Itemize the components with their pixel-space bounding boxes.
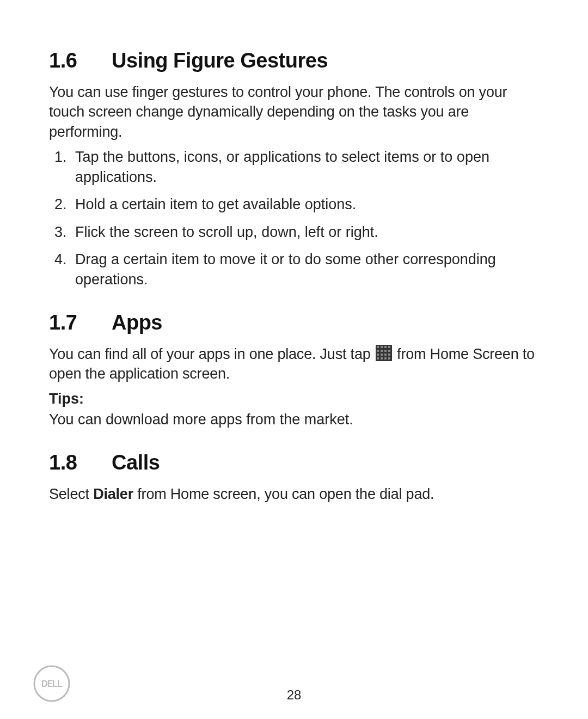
svg-rect-5 — [377, 350, 379, 352]
dell-logo-icon: DELL — [33, 665, 71, 703]
body-text-pre: You can find all of your apps in one pla… — [49, 346, 375, 362]
section-number: 1.6 — [49, 49, 112, 72]
tips-body: You can download more apps from the mark… — [49, 410, 539, 429]
section-number: 1.8 — [49, 451, 112, 474]
svg-text:DELL: DELL — [41, 679, 63, 688]
tips-label: Tips: — [49, 391, 539, 407]
section-title: Apps — [112, 311, 539, 334]
body-text-bold: Dialer — [93, 486, 133, 502]
svg-rect-14 — [381, 357, 383, 360]
section-apps: 1.7 Apps You can find all of your apps i… — [49, 311, 539, 429]
svg-rect-9 — [377, 354, 379, 356]
section-body: You can use finger gestures to control y… — [49, 82, 539, 142]
steps-list: Tap the buttons, icons, or applications … — [49, 147, 539, 289]
body-text-pre: Select — [49, 486, 93, 502]
svg-rect-3 — [384, 346, 387, 348]
list-item: Hold a certain item to get available opt… — [71, 194, 539, 214]
apps-grid-icon — [376, 345, 392, 361]
section-number: 1.7 — [49, 311, 112, 334]
svg-rect-6 — [381, 350, 383, 352]
list-item: Drag a certain item to move it or to do … — [71, 249, 539, 289]
section-gestures: 1.6 Using Figure Gestures You can use fi… — [49, 49, 539, 289]
svg-rect-7 — [384, 350, 387, 352]
list-item: Flick the screen to scroll up, down, lef… — [71, 222, 539, 242]
section-heading: 1.6 Using Figure Gestures — [49, 49, 539, 72]
list-item: Tap the buttons, icons, or applications … — [71, 147, 539, 187]
svg-rect-15 — [384, 357, 387, 360]
section-body: You can find all of your apps in one pla… — [49, 344, 539, 384]
section-calls: 1.8 Calls Select Dialer from Home screen… — [49, 451, 539, 504]
page-content: 1.6 Using Figure Gestures You can use fi… — [0, 0, 588, 504]
svg-rect-4 — [388, 346, 390, 348]
svg-rect-12 — [388, 354, 390, 356]
svg-rect-16 — [388, 357, 390, 360]
svg-rect-1 — [377, 346, 379, 348]
page-number: 28 — [0, 687, 588, 703]
section-heading: 1.8 Calls — [49, 451, 539, 474]
section-title: Calls — [112, 451, 539, 474]
svg-rect-2 — [381, 346, 383, 348]
svg-rect-8 — [388, 350, 390, 352]
section-body: Select Dialer from Home screen, you can … — [49, 484, 539, 504]
section-title: Using Figure Gestures — [112, 49, 539, 72]
body-text-post: from Home screen, you can open the dial … — [133, 486, 434, 502]
svg-rect-10 — [381, 354, 383, 356]
svg-rect-13 — [377, 357, 379, 360]
svg-rect-11 — [384, 354, 387, 356]
section-heading: 1.7 Apps — [49, 311, 539, 334]
